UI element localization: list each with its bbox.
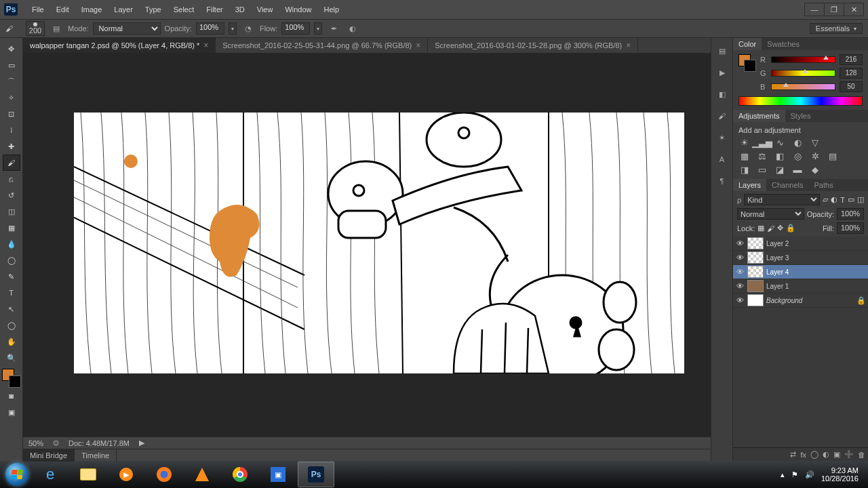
lock-move-icon[interactable]: ✥: [777, 224, 783, 232]
exposure-icon[interactable]: ◐: [791, 137, 804, 148]
canvas-viewport[interactable]: [23, 53, 711, 436]
menu-filter[interactable]: Filter: [200, 0, 229, 19]
properties-panel-icon[interactable]: ◧: [715, 87, 730, 102]
layer-fill-input[interactable]: 100%: [837, 222, 864, 234]
layer-row[interactable]: 👁 Layer 2: [733, 237, 868, 251]
filter-smart-icon[interactable]: ◫: [857, 195, 864, 204]
workspace-switcher[interactable]: Essentials ▾: [810, 23, 863, 34]
layers-tab[interactable]: Layers: [733, 179, 766, 191]
layer-name[interactable]: Layer 3: [766, 254, 866, 262]
window-close-button[interactable]: ✕: [844, 3, 864, 16]
tray-flag-icon[interactable]: ⚑: [791, 470, 798, 479]
adjustments-tab[interactable]: Adjustments: [733, 110, 785, 122]
airbrush-icon[interactable]: ✒: [326, 22, 341, 35]
tray-clock[interactable]: 9:23 AM 10/28/2016: [821, 466, 859, 483]
brightness-icon[interactable]: ☀: [738, 137, 751, 148]
color-panel-swatch[interactable]: [738, 54, 756, 72]
timeline-tab[interactable]: Timeline: [75, 449, 117, 462]
brush-preset-picker[interactable]: 200: [26, 21, 45, 36]
close-icon[interactable]: ×: [203, 41, 208, 50]
menu-layer[interactable]: Layer: [108, 0, 139, 19]
crop-tool[interactable]: ⊡: [3, 106, 20, 122]
g-slider[interactable]: [771, 70, 835, 77]
filter-pixel-icon[interactable]: ▱: [823, 195, 828, 204]
taskbar-explorer[interactable]: [70, 462, 106, 487]
visibility-icon[interactable]: 👁: [735, 239, 745, 247]
visibility-icon[interactable]: 👁: [735, 253, 745, 262]
taskbar-ie[interactable]: e: [32, 462, 68, 487]
layer-thumbnail[interactable]: [747, 280, 764, 292]
status-zoom[interactable]: 50%: [28, 439, 43, 447]
layer-name[interactable]: Layer 1: [766, 283, 866, 290]
blur-tool[interactable]: 💧: [3, 236, 20, 252]
pen-tool[interactable]: ✎: [3, 268, 20, 285]
threshold-icon[interactable]: ◪: [774, 164, 786, 175]
window-minimize-button[interactable]: —: [804, 3, 825, 16]
b-slider[interactable]: [771, 83, 835, 90]
move-tool[interactable]: ✥: [3, 41, 20, 57]
background-swatch[interactable]: [9, 375, 21, 388]
r-value-input[interactable]: 216: [840, 54, 863, 65]
start-button[interactable]: [3, 461, 31, 488]
tray-volume-icon[interactable]: 🔊: [805, 470, 814, 479]
close-icon[interactable]: ×: [416, 41, 420, 50]
lock-all-icon[interactable]: 🔒: [786, 224, 795, 232]
menu-type[interactable]: Type: [139, 0, 167, 19]
flow-input[interactable]: 100%: [281, 22, 310, 35]
zoom-tool[interactable]: 🔍: [3, 350, 20, 366]
visibility-icon[interactable]: 👁: [735, 268, 745, 276]
status-3d-icon[interactable]: ⊙: [53, 439, 59, 447]
gradient-tool[interactable]: ▦: [3, 220, 20, 236]
history-panel-icon[interactable]: ▤: [715, 43, 730, 58]
brush-panel-icon[interactable]: ✶: [715, 130, 730, 145]
hand-tool[interactable]: ✋: [3, 333, 20, 350]
visibility-icon[interactable]: 👁: [735, 282, 745, 290]
screenmode-toggle[interactable]: ▣: [3, 404, 20, 420]
balance-icon[interactable]: ⚖: [756, 150, 768, 161]
healing-tool[interactable]: ✚: [3, 138, 20, 155]
filter-shape-icon[interactable]: ▭: [848, 195, 854, 204]
spectrum-bar[interactable]: [738, 96, 863, 106]
group-icon[interactable]: ▣: [833, 450, 840, 459]
lasso-tool[interactable]: ⌒: [3, 73, 20, 89]
g-value-input[interactable]: 128: [840, 68, 863, 79]
layer-row[interactable]: 👁 Layer 1: [733, 279, 868, 293]
lock-paint-icon[interactable]: 🖌: [767, 224, 774, 232]
pressure-opacity-icon[interactable]: ◔: [241, 22, 256, 35]
menu-window[interactable]: Window: [279, 0, 317, 19]
fill-adjust-icon[interactable]: ◐: [823, 450, 829, 459]
layer-row[interactable]: 👁 Layer 3: [733, 251, 868, 265]
opacity-input[interactable]: 100%: [196, 22, 224, 35]
new-layer-icon[interactable]: ➕: [844, 450, 854, 459]
visibility-icon[interactable]: 👁: [735, 296, 745, 304]
channels-tab[interactable]: Channels: [766, 179, 808, 191]
posterize-icon[interactable]: ▭: [756, 164, 768, 175]
eyedropper-tool[interactable]: ⁞: [3, 122, 20, 138]
layer-name[interactable]: Background: [766, 297, 854, 304]
taskbar-wmp[interactable]: ▶: [108, 462, 144, 487]
r-slider[interactable]: [771, 56, 835, 63]
menu-help[interactable]: Help: [318, 0, 346, 19]
blend-mode-select[interactable]: Normal: [93, 22, 161, 35]
eraser-tool[interactable]: ◫: [3, 203, 20, 220]
pressure-size-icon[interactable]: ◐: [345, 22, 360, 35]
lut-icon[interactable]: ▤: [827, 150, 839, 161]
stamp-tool[interactable]: ⎌: [3, 171, 20, 187]
layer-thumbnail[interactable]: [747, 251, 764, 264]
layer-row[interactable]: 👁 Layer 4: [733, 265, 868, 279]
filter-adjust-icon[interactable]: ◐: [831, 195, 837, 204]
swatches-tab[interactable]: Swatches: [762, 38, 805, 50]
filter-type-icon[interactable]: T: [840, 196, 845, 204]
opacity-dropdown-icon[interactable]: ▾: [229, 22, 237, 35]
layer-mask-icon[interactable]: ◯: [810, 450, 818, 459]
layer-thumbnail[interactable]: [747, 266, 764, 278]
b-value-input[interactable]: 50: [840, 81, 863, 92]
brush-panel-toggle-icon[interactable]: ▤: [49, 22, 64, 35]
selective-color-icon[interactable]: ◆: [809, 164, 821, 175]
layer-name[interactable]: Layer 4: [766, 268, 866, 276]
color-tab[interactable]: Color: [733, 38, 762, 50]
dodge-tool[interactable]: ◯: [3, 252, 20, 268]
menu-select[interactable]: Select: [167, 0, 201, 19]
wand-tool[interactable]: ✧: [3, 89, 20, 106]
gradient-map-icon[interactable]: ▬: [791, 164, 804, 175]
